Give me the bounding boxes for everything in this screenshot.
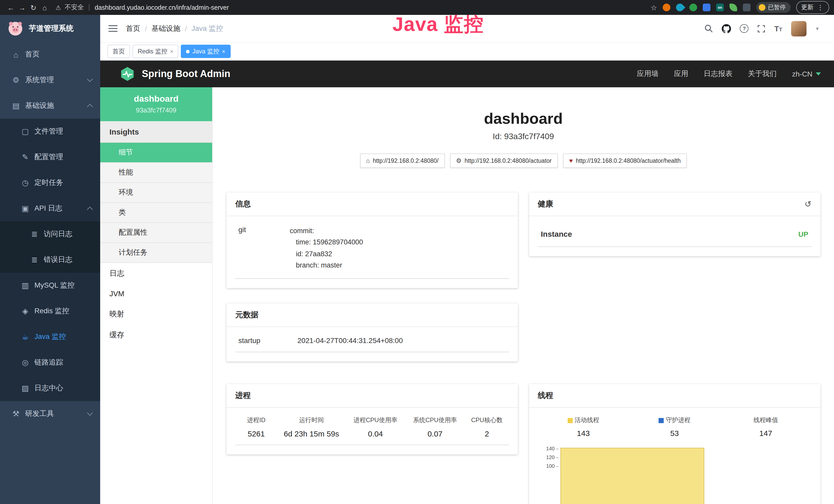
sidebar-item-file-management[interactable]: ▢ 文件管理	[0, 119, 100, 144]
y-axis: 140 120 100	[538, 446, 561, 504]
sba-item-jvm[interactable]: JVM	[100, 284, 212, 303]
sba-nav-applications[interactable]: 应用	[674, 69, 688, 78]
active-threads-area	[561, 448, 705, 504]
font-size-icon[interactable]: TT	[774, 24, 782, 33]
daemon-threads-swatch	[659, 418, 664, 423]
chevron-down-icon[interactable]: ▼	[815, 26, 820, 31]
sba-item-scheduled-tasks[interactable]: 计划任务	[100, 243, 212, 263]
paused-badge[interactable]: 已暂停	[756, 2, 790, 13]
home-icon[interactable]: ⌂	[39, 3, 50, 12]
active-threads-swatch	[567, 418, 572, 423]
github-icon[interactable]	[722, 24, 731, 33]
close-icon[interactable]: ×	[222, 48, 225, 54]
table-row[interactable]: Instance UP	[538, 224, 812, 247]
process-card: 进程 进程ID 运行时间 进程CPU使用率 系统CPU使用率 CPU核心数	[226, 384, 518, 455]
tab-java-monitor[interactable]: Java 监控 ×	[181, 45, 231, 58]
sidebar-item-api-logs[interactable]: ▣ API 日志	[0, 196, 100, 221]
trace-icon: ◎	[21, 358, 30, 367]
reload-icon[interactable]: ↻	[28, 3, 39, 12]
mysql-icon: ▥	[21, 281, 30, 290]
sidebar-item-scheduled-tasks[interactable]: ◷ 定时任务	[0, 170, 100, 196]
sba-item-environment[interactable]: 环境	[100, 183, 212, 203]
sba-item-config-props[interactable]: 配置属性	[100, 223, 212, 243]
api-log-icon: ▣	[21, 204, 30, 213]
app-logo[interactable]: 芋道管理系统	[0, 15, 100, 42]
sba-nav-wallboard[interactable]: 应用墙	[637, 69, 659, 78]
sba-item-classes[interactable]: 类	[100, 203, 212, 223]
smiley-icon	[759, 4, 765, 11]
file-icon: ▢	[21, 127, 30, 136]
sidebar-item-log-center[interactable]: ▨ 日志中心	[0, 375, 100, 401]
sba-item-details[interactable]: 细节	[100, 143, 212, 163]
card-title: 健康	[538, 199, 553, 209]
health-icon: ♥	[569, 157, 573, 164]
sba-item-metrics[interactable]: 性能	[100, 163, 212, 183]
info-card: 信息 git commit: time: 1596289704000	[226, 192, 518, 288]
extension-puzzle-icon[interactable]	[743, 4, 750, 11]
sidebar-item-access-logs[interactable]: ≣ 访问日志	[0, 221, 100, 247]
extension-on-badge[interactable]: on	[716, 4, 724, 11]
gear-icon: ⚙	[11, 75, 21, 85]
user-avatar[interactable]	[791, 21, 806, 36]
back-icon[interactable]: ←	[5, 3, 17, 12]
sba-app-header[interactable]: dashboard 93a3fc7f7409	[100, 87, 212, 121]
search-icon[interactable]	[705, 24, 713, 33]
sba-language-select[interactable]: zh-CN	[792, 70, 821, 78]
sba-item-mappings[interactable]: 映射	[100, 303, 212, 324]
tab-home[interactable]: 首页	[107, 45, 130, 58]
health-url-button[interactable]: ♥ http://192.168.0.2:48080/actuator/heal…	[563, 154, 687, 168]
sba-item-caches[interactable]: 缓存	[100, 324, 212, 346]
bookmark-star-icon[interactable]: ☆	[651, 3, 657, 12]
instance-title: dashboard	[226, 110, 820, 127]
history-refresh-icon[interactable]: ↺	[805, 199, 811, 209]
sba-nav-about[interactable]: 关于我们	[748, 69, 777, 78]
sba-brand[interactable]: Spring Boot Admin	[120, 66, 231, 82]
browser-menu-icon[interactable]: ⋮	[817, 4, 824, 11]
sba-header: Spring Boot Admin 应用墙 应用 日志报表 关于我们 zh-CN	[100, 61, 834, 87]
status-badge: UP	[798, 230, 808, 238]
extension-icon[interactable]	[663, 4, 671, 11]
instance-links: ⌂ http://192.168.0.2:48080/ ⚙ http://192…	[226, 154, 820, 168]
extension-icon[interactable]	[675, 2, 685, 13]
sidebar-item-error-logs[interactable]: ≣ 错误日志	[0, 247, 100, 273]
sidebar-item-config-management[interactable]: ✎ 配置管理	[0, 144, 100, 170]
extension-icon[interactable]	[703, 4, 710, 11]
sidebar-item-mysql-monitor[interactable]: ▥ MySQL 监控	[0, 273, 100, 298]
extension-leaf-icon[interactable]	[729, 4, 737, 11]
breadcrumb-infrastructure[interactable]: 基础设施	[152, 24, 180, 33]
not-secure-warning-icon: ⚠	[56, 4, 61, 11]
sba-nav-journal[interactable]: 日志报表	[704, 69, 732, 78]
service-url-button[interactable]: ⌂ http://192.168.0.2:48080/	[360, 154, 445, 168]
tools-icon: ⚒	[11, 409, 21, 418]
sidebar-item-link-tracing[interactable]: ◎ 链路追踪	[0, 350, 100, 375]
y-axis-tick: 120	[546, 455, 558, 460]
sidebar-item-dev-tools[interactable]: ⚒ 研发工具	[0, 401, 100, 427]
update-button[interactable]: 更新 ⋮	[796, 1, 829, 14]
help-icon[interactable]: ?	[740, 24, 749, 33]
forward-icon[interactable]: →	[17, 3, 28, 12]
fullscreen-icon[interactable]	[758, 24, 766, 32]
tag-tab-bar: 首页 Redis 监控 × Java 监控 ×	[100, 43, 834, 61]
sidebar-item-infrastructure[interactable]: ▤ 基础设施	[0, 93, 100, 119]
home-icon: ⌂	[11, 50, 21, 59]
sidebar-item-java-monitor[interactable]: ☕ Java 监控	[0, 324, 100, 350]
sidebar-fold-icon[interactable]	[108, 25, 118, 32]
threads-values: 143 53 147	[538, 425, 812, 437]
screen: ← → ↻ ⌂ ⚠ 不安全 dashboard.yudao.iocoder.cn…	[0, 0, 834, 504]
y-axis-tick: 140	[546, 446, 558, 451]
address-bar[interactable]: ⚠ 不安全 dashboard.yudao.iocoder.cn/infra/a…	[56, 3, 229, 12]
access-log-icon: ≣	[30, 230, 39, 239]
pig-logo-icon	[7, 20, 24, 37]
close-icon[interactable]: ×	[170, 48, 173, 54]
chevron-up-icon	[87, 207, 93, 212]
actuator-url-button[interactable]: ⚙ http://192.168.0.2:48080/actuator	[450, 154, 557, 168]
sidebar-item-system-management[interactable]: ⚙ 系统管理	[0, 67, 100, 93]
tab-redis-monitor[interactable]: Redis 监控 ×	[133, 45, 178, 58]
breadcrumb-home[interactable]: 首页	[126, 24, 140, 33]
sidebar-item-home[interactable]: ⌂ 首页	[0, 42, 100, 67]
extension-icon[interactable]	[689, 4, 697, 11]
page-header: 首页 / 基础设施 / Java 监控 ?	[100, 15, 834, 43]
sidebar-item-redis-monitor[interactable]: ◈ Redis 监控	[0, 298, 100, 324]
sba-group-insights: Insights	[100, 121, 212, 143]
sba-item-logs[interactable]: 日志	[100, 263, 212, 284]
